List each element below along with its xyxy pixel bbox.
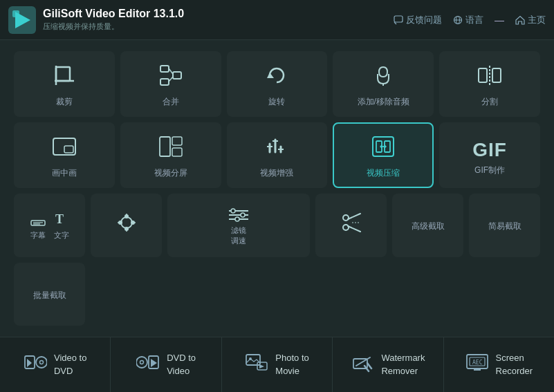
tool-subtitle-text[interactable]: 字幕 T 文字: [14, 194, 85, 256]
photo-to-movie-label2: Movie: [275, 365, 308, 377]
tool-audio[interactable]: 添加/移除音频: [333, 51, 434, 117]
tool-crop[interactable]: 裁剪: [14, 51, 115, 117]
svg-point-68: [136, 357, 147, 368]
svg-line-15: [169, 77, 173, 82]
tool-splitscreen[interactable]: 视频分屏: [120, 122, 221, 188]
photo-to-movie-label1: Photo to: [275, 352, 308, 364]
screen-recorder-labels: Screen Recorder: [496, 352, 533, 377]
screen-recorder-label1: Screen: [496, 352, 533, 364]
feedback-label: 反馈问题: [406, 14, 442, 26]
app-subtitle: 压缩视频并保持质量。: [43, 21, 394, 32]
svg-marker-75: [259, 364, 264, 368]
video-to-dvd-labels: Video to DVD: [54, 352, 86, 377]
subtitle-label: 字幕: [30, 230, 46, 241]
video-to-dvd-icon: [24, 351, 47, 379]
tool-pip[interactable]: 画中画: [14, 122, 115, 188]
watermark-remover-button[interactable]: Watermark Remover: [333, 337, 443, 392]
svg-rect-13: [173, 72, 181, 79]
watermark-remover-label2: Remover: [381, 365, 425, 377]
split-icon: [477, 63, 502, 91]
svg-rect-12: [160, 79, 169, 85]
rotate-icon: [264, 63, 289, 91]
tool-batch-cut[interactable]: 批量截取: [14, 263, 85, 326]
svg-rect-20: [479, 68, 487, 82]
header-actions: 反馈问题 语言 — 主页: [394, 14, 546, 26]
svg-rect-21: [492, 68, 501, 82]
svg-marker-65: [27, 359, 32, 367]
photo-to-movie-icon: [245, 351, 268, 379]
enhance-label: 视频增强: [260, 168, 293, 179]
tool-enhance[interactable]: 视频增强: [227, 122, 328, 188]
svg-marker-71: [151, 359, 157, 367]
tool-compress[interactable]: 视频压缩: [333, 122, 434, 188]
row3-tools: 字幕 T 文字: [14, 194, 540, 326]
tool-split[interactable]: 分割: [439, 51, 540, 117]
svg-text:T: T: [55, 212, 64, 226]
screen-recorder-label2: Recorder: [496, 365, 533, 377]
svg-point-69: [140, 361, 144, 364]
subtitle-icon: [30, 211, 46, 226]
feedback-button[interactable]: 反馈问题: [394, 14, 442, 26]
split-label: 分割: [481, 97, 498, 108]
tool-merge[interactable]: 合并: [120, 51, 221, 117]
filter-label: 滤镜: [231, 225, 246, 236]
svg-rect-25: [160, 137, 170, 156]
language-label: 语言: [465, 14, 483, 26]
language-button[interactable]: 语言: [453, 14, 483, 26]
svg-rect-8: [56, 67, 70, 81]
pip-label: 画中画: [52, 168, 77, 179]
svg-point-56: [231, 209, 235, 213]
rotate-label: 旋转: [268, 97, 285, 108]
watermark-remover-icon: [351, 351, 374, 379]
tool-simple-cut[interactable]: 简易截取: [469, 194, 540, 256]
app-title: GiliSoft Video Editor 13.1.0: [43, 8, 394, 20]
tool-advanced-cut[interactable]: 高级截取: [392, 194, 463, 256]
tool-rotate[interactable]: 旋转: [227, 51, 328, 117]
photo-to-movie-button[interactable]: Photo to Movie: [222, 337, 333, 392]
minimize-button[interactable]: —: [495, 15, 504, 25]
text-label: 文字: [54, 230, 69, 241]
bottom-bar: Video to DVD DVD to Video: [0, 337, 554, 392]
home-icon: [515, 15, 525, 25]
video-to-dvd-label1: Video to: [54, 352, 86, 364]
svg-rect-24: [64, 146, 73, 153]
pip-icon: [52, 134, 77, 162]
dvd-to-video-label1: DVD to: [167, 352, 196, 364]
batch-cut-label: 批量截取: [33, 290, 66, 301]
feedback-icon: [394, 15, 403, 25]
dvd-to-video-button[interactable]: DVD to Video: [111, 337, 221, 392]
advanced-cut-label: 高级截取: [412, 221, 445, 232]
svg-point-57: [241, 213, 245, 217]
crop-icon: [52, 63, 77, 91]
globe-icon: [453, 15, 463, 25]
app-info: GiliSoft Video Editor 13.1.0 压缩视频并保持质量。: [43, 8, 394, 32]
main-tools: 裁剪 合并 旋转: [0, 40, 554, 337]
video-to-dvd-button[interactable]: Video to DVD: [0, 337, 111, 392]
scissors-icon: [340, 211, 363, 238]
video-to-dvd-label2: DVD: [54, 365, 86, 377]
filter-speed-icon: [228, 207, 250, 223]
dvd-to-video-icon: [136, 351, 160, 379]
svg-line-61: [348, 214, 360, 219]
tool-cut[interactable]: [315, 194, 387, 256]
merge-label: 合并: [163, 97, 179, 108]
app-logo: [8, 6, 36, 34]
tool-filter-speed[interactable]: 滤镜 调速: [167, 194, 310, 256]
svg-line-62: [348, 226, 360, 232]
titlebar: GiliSoft Video Editor 13.1.0 压缩视频并保持质量。 …: [0, 0, 554, 40]
speed-label: 调速: [231, 236, 246, 246]
svg-line-14: [169, 68, 173, 74]
photo-to-movie-labels: Photo to Movie: [275, 352, 308, 377]
tool-effects[interactable]: [91, 194, 162, 256]
svg-rect-26: [172, 137, 182, 145]
svg-point-58: [235, 217, 239, 221]
screen-recorder-button[interactable]: AEC Screen Recorder: [444, 337, 554, 392]
dvd-to-video-labels: DVD to Video: [167, 352, 196, 377]
home-label: 主页: [528, 14, 546, 26]
svg-rect-72: [246, 355, 260, 365]
home-button[interactable]: 主页: [515, 14, 546, 26]
watermark-remover-label1: Watermark: [381, 352, 425, 364]
splitscreen-label: 视频分屏: [154, 168, 187, 179]
tool-gif[interactable]: GIF GIF制作: [439, 122, 540, 188]
svg-rect-27: [172, 148, 182, 156]
